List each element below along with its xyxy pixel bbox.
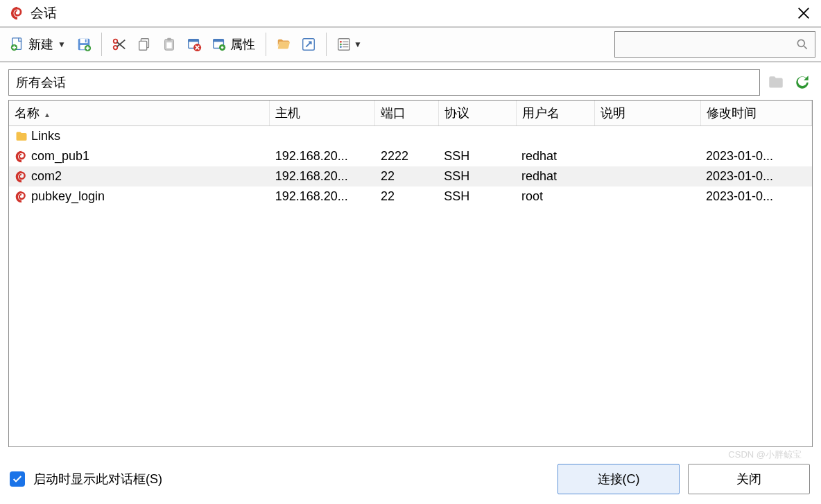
- close-button[interactable]: 关闭: [688, 464, 810, 494]
- cell-user: redhat: [516, 166, 595, 186]
- svg-point-26: [797, 40, 804, 46]
- cell-host: [270, 126, 375, 147]
- toolbar-search[interactable]: [614, 31, 815, 58]
- col-proto[interactable]: 协议: [438, 101, 516, 126]
- svg-rect-12: [167, 38, 171, 41]
- cell-proto: [438, 126, 516, 147]
- gear-window-icon: [211, 36, 227, 53]
- separator: [101, 33, 102, 56]
- session-swirl-icon: [15, 170, 28, 184]
- col-host[interactable]: 主机: [270, 101, 375, 126]
- window-title: 会话: [31, 4, 57, 22]
- folder-open-icon: [275, 36, 292, 53]
- cell-port: 2222: [375, 146, 438, 166]
- table-row[interactable]: com2192.168.20...22SSHredhat2023-01-0...: [9, 166, 812, 186]
- shortcut-icon: [300, 36, 317, 53]
- paste-button[interactable]: [157, 31, 181, 58]
- col-name[interactable]: 名称: [9, 101, 270, 126]
- cell-desc: [595, 186, 700, 207]
- session-swirl-icon: [15, 150, 28, 164]
- cell-mtime: 2023-01-0...: [700, 146, 811, 166]
- close-icon[interactable]: [793, 3, 814, 24]
- svg-rect-4: [85, 40, 87, 43]
- cell-user: redhat: [516, 146, 595, 166]
- cell-name: Links: [31, 129, 60, 144]
- save-button[interactable]: [72, 31, 96, 58]
- connect-button[interactable]: 连接(C): [558, 464, 680, 494]
- table-row[interactable]: pubkey_login192.168.20...22SSHroot2023-0…: [9, 186, 812, 207]
- footer: 启动时显示此对话框(S) 连接(C) 关闭: [0, 454, 821, 504]
- svg-rect-3: [80, 39, 87, 43]
- sessions-table: 名称 主机 端口 协议 用户名 说明 修改时间 Linkscom_pub1192…: [8, 100, 813, 447]
- cell-host: 192.168.20...: [270, 166, 375, 186]
- breadcrumb[interactable]: 所有会话: [8, 69, 760, 96]
- open-folder-button[interactable]: [272, 31, 295, 58]
- delete-window-icon: [186, 36, 202, 53]
- list-view-icon: [336, 36, 352, 53]
- refresh-icon[interactable]: [792, 72, 813, 93]
- cell-proto: SSH: [438, 186, 516, 207]
- svg-rect-18: [214, 40, 224, 42]
- separator: [266, 33, 266, 56]
- svg-rect-13: [166, 42, 171, 48]
- properties-button[interactable]: 属性: [207, 31, 260, 58]
- svg-point-23: [340, 41, 342, 43]
- session-swirl-icon: [15, 190, 28, 204]
- new-label: 新建: [28, 36, 53, 53]
- cut-button[interactable]: [107, 31, 131, 58]
- cell-proto: SSH: [438, 146, 516, 166]
- svg-rect-10: [139, 41, 147, 50]
- properties-label: 属性: [230, 36, 255, 53]
- titlebar: 会话: [0, 0, 821, 28]
- cell-user: [516, 126, 595, 147]
- svg-point-20: [221, 46, 224, 49]
- cell-port: 22: [375, 166, 438, 186]
- col-user[interactable]: 用户名: [516, 101, 595, 126]
- search-input[interactable]: [619, 39, 794, 51]
- chevron-down-icon: ▼: [354, 40, 362, 49]
- startup-check-label: 启动时显示此对话框(S): [33, 471, 162, 487]
- svg-rect-15: [189, 40, 199, 42]
- cell-mtime: 2023-01-0...: [700, 166, 811, 186]
- search-icon: [794, 36, 811, 53]
- new-button[interactable]: 新建 ▼: [6, 31, 71, 58]
- filter-bar: 所有会话: [8, 69, 813, 96]
- cell-user: root: [516, 186, 595, 207]
- paste-icon: [161, 36, 178, 53]
- folder-icon: [15, 130, 28, 144]
- table-row[interactable]: Links: [9, 126, 812, 147]
- cell-host: 192.168.20...: [270, 186, 375, 207]
- table-row[interactable]: com_pub1192.168.20...2222SSHredhat2023-0…: [9, 146, 812, 166]
- table-header-row: 名称 主机 端口 协议 用户名 说明 修改时间: [9, 101, 812, 126]
- new-file-icon: [9, 36, 26, 53]
- cell-proto: SSH: [438, 166, 516, 186]
- shortcut-button[interactable]: [297, 31, 320, 58]
- col-desc[interactable]: 说明: [595, 101, 700, 126]
- folder-grey-icon[interactable]: [766, 72, 786, 93]
- cell-desc: [595, 166, 700, 186]
- svg-point-25: [340, 46, 342, 48]
- cell-desc: [595, 126, 700, 147]
- copy-icon: [136, 36, 153, 53]
- separator: [326, 33, 327, 56]
- cell-name: com2: [31, 169, 62, 184]
- cell-port: 22: [375, 186, 438, 207]
- cell-name: pubkey_login: [31, 189, 105, 204]
- cell-host: 192.168.20...: [270, 146, 375, 166]
- cell-desc: [595, 146, 700, 166]
- toolbar: 新建 ▼: [0, 28, 821, 62]
- startup-checkbox[interactable]: [10, 471, 25, 487]
- chevron-down-icon: ▼: [58, 40, 66, 49]
- cell-name: com_pub1: [31, 149, 89, 164]
- scissors-icon: [111, 36, 128, 53]
- cell-mtime: [700, 126, 811, 147]
- view-list-button[interactable]: ▼: [332, 31, 365, 58]
- breadcrumb-text: 所有会话: [16, 74, 66, 91]
- delete-button[interactable]: [182, 31, 206, 58]
- col-port[interactable]: 端口: [375, 101, 438, 126]
- copy-button[interactable]: [132, 31, 156, 58]
- svg-point-24: [340, 44, 342, 46]
- cell-mtime: 2023-01-0...: [700, 186, 811, 207]
- save-icon: [76, 36, 92, 53]
- col-mtime[interactable]: 修改时间: [700, 101, 811, 126]
